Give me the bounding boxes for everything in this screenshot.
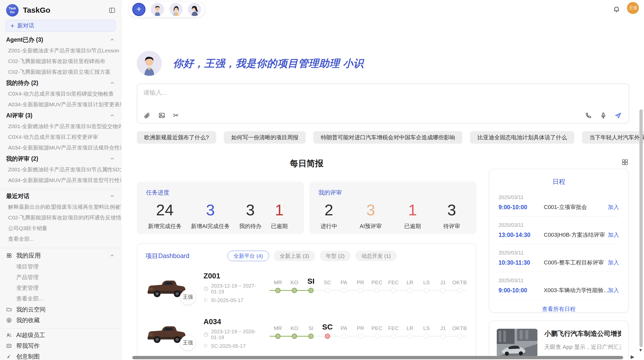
milestone-dot bbox=[292, 288, 297, 293]
suggestion-chip[interactable]: 如何写一份清晰的项目周报 bbox=[224, 131, 306, 144]
list-item[interactable]: C02-飞腾新能源轻客改款项目立项汇报方案 bbox=[0, 67, 121, 77]
milestone-dot bbox=[275, 288, 281, 293]
chevron-up-icon[interactable] bbox=[109, 37, 115, 42]
milestone-dot bbox=[374, 288, 379, 293]
sidebar-item-my-apps[interactable]: 我的应用 bbox=[0, 250, 121, 261]
join-button[interactable]: 加入 bbox=[608, 231, 619, 239]
schedule-event-title: C001-立项审批会 bbox=[544, 203, 608, 211]
schedule-event-title: X003-车辆动力学性能验... bbox=[544, 287, 608, 294]
section-title: Agent已办 (3) bbox=[6, 36, 43, 44]
project-row[interactable]: 王强 A034 2023-12-19 ~ 2026-01-19 ⚐ bbox=[145, 318, 468, 349]
view-all-apps-link[interactable]: 查看全部... bbox=[0, 293, 121, 304]
arrow-down-icon[interactable]: ▼ bbox=[638, 348, 643, 353]
list-item[interactable]: C0X4-动力总成开发项目SI里程碑提交物检查 bbox=[0, 88, 121, 99]
app-item-change-mgmt[interactable]: 变更管理 bbox=[0, 283, 121, 293]
join-button[interactable]: 加入 bbox=[608, 287, 619, 294]
milestone-step: PEC bbox=[369, 275, 385, 300]
milestone-step: SC bbox=[319, 321, 336, 346]
chevron-up-icon[interactable] bbox=[109, 113, 115, 118]
list-item[interactable]: C0X4-动力总成开发项目工程变更评审 bbox=[0, 132, 121, 142]
section-agent-done[interactable]: Agent已办 (3) bbox=[0, 34, 121, 45]
schedule-event-title: C003|H0B-方案冻结评审 bbox=[544, 231, 608, 239]
layout-grid-icon[interactable] bbox=[621, 158, 629, 166]
schedule-event-title: C005-整车工程目标评审 bbox=[544, 259, 608, 266]
new-chat-label: 新对话 bbox=[17, 22, 34, 29]
milestone-dot bbox=[325, 288, 330, 293]
join-button[interactable]: 加入 bbox=[608, 203, 619, 211]
list-item[interactable]: Z001-全新燃油轻卡产品开发项目SI造型提交物评审 bbox=[0, 121, 121, 132]
join-button[interactable]: 加入 bbox=[608, 259, 619, 266]
app-item-project-mgmt[interactable]: 项目管理 bbox=[0, 261, 121, 272]
list-item[interactable]: A034-全新新能源MUV产品开发项目造型可行性评审 bbox=[0, 175, 121, 186]
chevron-up-icon[interactable] bbox=[109, 253, 115, 258]
app-item-product-mgmt[interactable]: 产品管理 bbox=[0, 272, 121, 283]
creative-draw-label: 创意制图 bbox=[16, 353, 40, 360]
stat-value: 3 bbox=[360, 201, 382, 219]
list-item[interactable]: A034-全新新能源MUV产品开发项目法规符合性评审 bbox=[0, 142, 121, 153]
milestone-label: PEC bbox=[371, 275, 382, 286]
new-chat-button[interactable]: + 新对话 bbox=[6, 20, 115, 32]
attachment-icon[interactable] bbox=[143, 112, 151, 119]
project-row[interactable]: 王强 Z001 2023-12-19 ~ 2027-01-19 ⚐ bbox=[145, 272, 468, 303]
send-icon[interactable] bbox=[614, 112, 622, 119]
suggestion-chip[interactable]: 欧洲新规最近颁布了什么? bbox=[137, 131, 216, 144]
project-vehicle-image: 王强 bbox=[145, 275, 188, 300]
flag-icon: ⚐ bbox=[203, 298, 208, 303]
sidebar-header: Task Go TaskGo bbox=[0, 0, 121, 17]
section-my-review[interactable]: 我的评审 (2) bbox=[0, 153, 121, 164]
list-item[interactable]: 公司Q3轻卡销量 bbox=[0, 223, 121, 234]
vertical-scrollbar[interactable] bbox=[639, 109, 643, 347]
phone-call-icon[interactable] bbox=[585, 112, 592, 119]
image-icon[interactable] bbox=[158, 112, 165, 119]
suggestion-chip[interactable]: 当下年轻人对汽车外观有怎样的喜好趋势 bbox=[582, 131, 644, 144]
sidebar-item-ai-employee[interactable]: AI超级员工 bbox=[0, 330, 121, 340]
milestone-dot bbox=[358, 334, 363, 339]
sidebar-item-cloud-space[interactable]: 我的云空间 bbox=[0, 304, 121, 315]
chat-composer: ✂ bbox=[137, 83, 629, 124]
chevron-up-icon[interactable] bbox=[109, 80, 115, 86]
stat-value: 2 bbox=[320, 201, 337, 219]
project-milestone-flag: ⚐ SI-2025-05-17 bbox=[203, 297, 262, 303]
arrow-right-icon[interactable]: ▶ bbox=[631, 354, 634, 360]
chevron-up-icon[interactable] bbox=[109, 156, 115, 161]
section-my-todo[interactable]: 我的待办 (2) bbox=[0, 77, 121, 88]
divider bbox=[0, 248, 121, 248]
horizontal-scrollbar[interactable] bbox=[132, 356, 623, 359]
schedule-item: 2025/03/11 9:00-10:00 C001-立项审批会 加入 bbox=[499, 194, 619, 211]
list-item[interactable]: 解释最新出台的欧盟报废车法规再生塑料比例被调至15%... bbox=[0, 202, 121, 212]
chevron-up-icon[interactable] bbox=[109, 193, 115, 199]
milestone-step: FEC bbox=[385, 321, 402, 346]
tab-new-body[interactable]: 全新上装 (3) bbox=[274, 251, 315, 261]
section-recent-chats[interactable]: 最近对话 bbox=[0, 190, 121, 202]
milestone-step: J1 bbox=[435, 321, 451, 346]
suggestion-chip[interactable]: 特朗普可能对进口汽车增税会对中国车企造成哪些影响 bbox=[313, 131, 462, 144]
sidebar-item-creative-draw[interactable]: 创意制图 bbox=[0, 351, 121, 360]
view-all-chats-link[interactable]: 查看全部... bbox=[0, 234, 121, 244]
tab-all-new-platform[interactable]: 全新平台 (4) bbox=[227, 251, 269, 261]
chat-input[interactable] bbox=[143, 88, 487, 104]
tab-year-model[interactable]: 年型 (2) bbox=[320, 251, 351, 261]
news-card[interactable]: 小鹏飞行汽车制造公司增资 天眼查 App 显示，近日广州汇天飞行汽... bbox=[489, 321, 629, 360]
news-body: 小鹏飞行汽车制造公司增资 天眼查 App 显示，近日广州汇天飞行汽... bbox=[544, 329, 621, 356]
stat: 3 新增AI完成任务 bbox=[191, 201, 230, 230]
milestone-dot bbox=[341, 288, 347, 293]
view-all-schedule-link[interactable]: 查看所有日程 bbox=[499, 305, 619, 313]
list-item[interactable]: Z001-全新燃油轻卡产品开发项目SI节点属性5D文件评审 bbox=[0, 164, 121, 175]
scissors-icon[interactable]: ✂ bbox=[173, 112, 179, 119]
list-item[interactable]: Z001-全新燃油皮卡产品开发项目SI节点Lesson Learn报告 bbox=[0, 45, 121, 56]
collapse-sidebar-icon[interactable] bbox=[109, 7, 115, 14]
list-item[interactable]: A034-全新新能源MUV产品开发项目计划变更表编写 bbox=[0, 99, 121, 110]
list-item[interactable]: C02-飞腾新能源轻客改款项目里程碑画布 bbox=[0, 56, 121, 67]
tab-powertrain[interactable]: 动总开发 (1) bbox=[355, 251, 397, 261]
milestone-label: LS bbox=[423, 275, 430, 286]
microphone-icon[interactable] bbox=[600, 112, 607, 119]
section-ai-review[interactable]: AI评审 (3) bbox=[0, 110, 121, 121]
milestone-step: SI bbox=[303, 321, 319, 346]
milestone-step: PEC bbox=[369, 321, 385, 346]
list-item[interactable]: C02-飞腾新能源轻客改款项目的闭环通告反馈情况 bbox=[0, 212, 121, 223]
suggestion-chip[interactable]: 比亚迪全固态电池计划具体说了什么 bbox=[470, 131, 574, 144]
project-code: Z001 bbox=[203, 272, 262, 280]
sidebar-item-help-write[interactable]: 帮我写作 bbox=[0, 340, 121, 351]
sidebar-item-favorites[interactable]: 我的收藏 bbox=[0, 315, 121, 325]
taskgo-app: Task Go TaskGo + 新对话 Agent已办 (3) Z001-全新… bbox=[0, 0, 644, 360]
